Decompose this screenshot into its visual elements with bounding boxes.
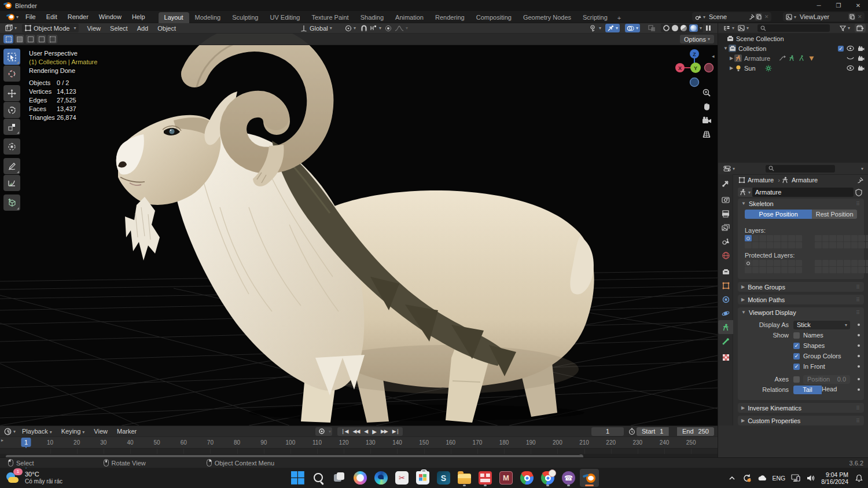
jump-to-end-button[interactable]: ▶❘ [390, 428, 402, 434]
tab-texture[interactable] [718, 350, 733, 364]
tab-tool[interactable] [718, 177, 733, 190]
layer-cell[interactable] [781, 267, 788, 273]
layer-cell[interactable] [866, 260, 868, 266]
animate-dot[interactable] [858, 365, 860, 368]
layer-cell[interactable] [774, 235, 781, 241]
taskbar-clock[interactable]: 9:04 PM 8/16/2024 [821, 471, 848, 485]
collection-expand-arrow[interactable]: ▼ [723, 46, 729, 51]
inverse-kinematics-panel-header[interactable]: ▶Inverse Kinematics⠿ [738, 403, 864, 413]
tab-output[interactable] [718, 207, 733, 221]
layer-cell[interactable] [858, 260, 865, 266]
editor-type-icon[interactable]: ▾ [3, 24, 19, 32]
workspace-tab-geometry-nodes[interactable]: Geometry Nodes [517, 12, 577, 23]
layer-cell[interactable] [858, 267, 865, 273]
select-mode-new[interactable] [3, 35, 13, 43]
workspace-tab-scripting[interactable]: Scripting [577, 12, 613, 23]
custom-properties-panel-header[interactable]: ▶Custom Properties⠿ [738, 416, 864, 425]
pose-position-button[interactable]: Pose Position [745, 210, 812, 219]
taskbar-icon-store[interactable] [413, 469, 432, 487]
cursor-tool[interactable] [3, 65, 20, 82]
armature-hidden-eye-icon[interactable] [847, 54, 854, 62]
layer-cell[interactable] [788, 267, 795, 273]
animate-dot[interactable] [858, 378, 860, 380]
update-sync-icon[interactable] [742, 474, 752, 483]
layer-cell[interactable] [745, 235, 752, 241]
taskbar-icon-skype[interactable]: S [434, 469, 453, 487]
animate-dot[interactable] [858, 334, 860, 336]
layer-cell[interactable] [796, 260, 803, 266]
layer-cell[interactable] [822, 267, 829, 273]
layer-cell[interactable] [752, 267, 759, 273]
xray-toggle[interactable] [646, 24, 657, 32]
tab-object[interactable] [718, 278, 733, 292]
motion-paths-panel-header[interactable]: ▶Motion Paths⠿ [738, 295, 864, 304]
sun-expand-arrow[interactable]: ▶ [729, 65, 734, 71]
drag-handle-icon[interactable]: ⠿ [856, 297, 860, 303]
frame-start-field[interactable]: Start1 [637, 427, 669, 436]
select-mode-intersect[interactable] [47, 35, 57, 43]
viewport-menu-add[interactable]: Add [133, 25, 153, 32]
properties-search-input[interactable] [766, 165, 835, 173]
tab-physics[interactable] [718, 306, 733, 320]
layer-cell[interactable] [866, 267, 868, 273]
taskbar-icon-search[interactable] [309, 469, 328, 487]
sun-render-camera-icon[interactable] [857, 64, 865, 72]
menu-help[interactable]: Help [127, 13, 150, 20]
close-button[interactable]: ✕ [848, 0, 868, 11]
workspace-tab-rendering[interactable]: Rendering [429, 12, 470, 23]
sidebar-collapse-arrow[interactable]: ◂ [712, 53, 715, 59]
layer-cell[interactable] [851, 242, 858, 248]
armature-expand-arrow[interactable]: ▶ [729, 56, 734, 61]
layer-cell[interactable] [815, 235, 822, 241]
outliner-display-mode[interactable]: ▾ [722, 24, 736, 32]
outliner-row-scene-collection[interactable]: Scene Collection [718, 34, 868, 43]
layer-cell[interactable] [796, 235, 803, 241]
navigation-gizmo[interactable]: Z X Y [670, 46, 718, 91]
collection-render-camera-icon[interactable] [857, 45, 865, 52]
zoom-view-icon[interactable] [701, 87, 712, 98]
datablock-name-field[interactable]: Armature [752, 188, 854, 197]
add-cube-tool[interactable] [3, 195, 20, 211]
workspace-tab-shading[interactable]: Shading [355, 12, 389, 23]
taskbar-icon-snipping-tool[interactable] [392, 469, 411, 487]
workspace-tab-modeling[interactable]: Modeling [189, 12, 227, 23]
workspace-tab-sculpting[interactable]: Sculpting [226, 12, 264, 23]
properties-options-caret[interactable]: ▾ [861, 166, 863, 171]
relations-head-button[interactable]: Head [822, 386, 850, 394]
next-keyframe-button[interactable]: ▶▶ [378, 428, 390, 434]
weather-widget[interactable]: 1 30°C Có mây rải rác [6, 471, 62, 486]
layer-cell[interactable] [822, 242, 829, 248]
toggle-perspective-icon[interactable] [701, 129, 712, 140]
new-scene-icon[interactable] [755, 13, 762, 20]
scene-name[interactable]: Scene [709, 13, 745, 20]
taskbar-icon-unikey[interactable] [476, 469, 495, 487]
taskbar-icon-edge[interactable] [372, 469, 391, 487]
drag-handle-icon[interactable]: ⠿ [856, 201, 860, 207]
options-button[interactable]: Options▾ [680, 35, 714, 43]
menu-edit[interactable]: Edit [41, 13, 62, 20]
timeline-menu-marker[interactable]: Marker [112, 428, 141, 435]
play-button[interactable]: ▶ [370, 428, 378, 435]
tab-bone[interactable] [718, 334, 733, 348]
solid-shading-icon[interactable] [672, 25, 678, 31]
layer-cell[interactable] [837, 242, 844, 248]
outliner-row-sun[interactable]: ▶ Sun [718, 63, 868, 73]
layer-cell[interactable] [781, 260, 788, 266]
workspace-tab-compositing[interactable]: Compositing [470, 12, 517, 23]
layer-cell[interactable] [844, 267, 851, 273]
notifications-bell-icon[interactable] [854, 474, 863, 483]
viewport-menu-view[interactable]: View [82, 25, 105, 32]
layer-cell[interactable] [844, 235, 851, 241]
playhead[interactable]: 1 [21, 438, 31, 447]
taskbar-icon-blender[interactable] [580, 469, 599, 487]
drag-handle-icon[interactable]: ⠿ [856, 284, 860, 290]
tab-view-layer[interactable] [718, 221, 733, 234]
workspace-tab-animation[interactable]: Animation [389, 12, 429, 23]
current-frame-field[interactable]: 1 [591, 427, 624, 436]
layer-cell[interactable] [866, 242, 868, 248]
taskbar-icon-m-app[interactable]: M [496, 469, 516, 487]
taskbar-icon-chrome-profile[interactable] [538, 469, 557, 487]
outliner-row-collection[interactable]: ▼ Collection ✓ [718, 43, 868, 53]
previous-keyframe-button[interactable]: ◀◀ [350, 428, 362, 434]
viewport-display-panel-header[interactable]: ▼Viewport Display⠿ [738, 307, 864, 317]
